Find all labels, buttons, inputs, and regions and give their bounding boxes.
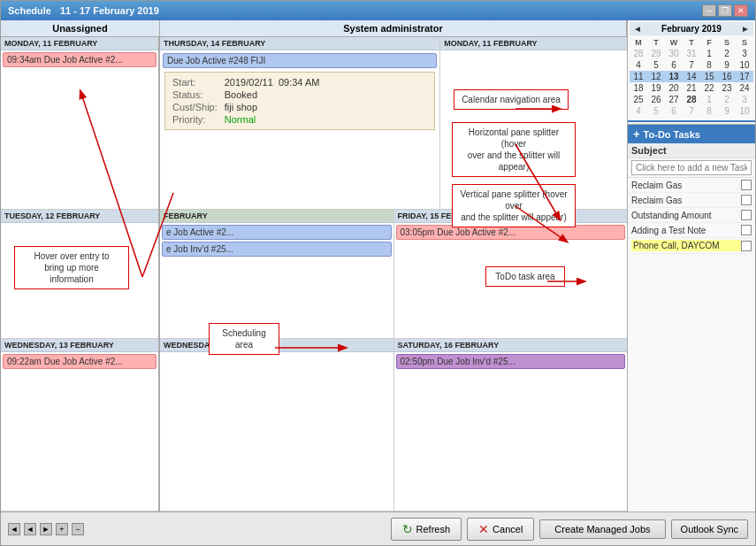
mini-cal-next[interactable]: ► — [741, 24, 750, 34]
todo-item-2[interactable]: Reclaim Gas — [628, 193, 755, 208]
cancel-button[interactable]: ✕ Cancel — [467, 518, 534, 541]
outlook-sync-button[interactable]: Outlook Sync — [671, 519, 748, 539]
cal-day-2[interactable]: 2 — [718, 48, 736, 59]
window-title: Schedule 11 - 17 February 2019 — [8, 4, 159, 17]
day-events-wed-sysadmin[interactable] — [160, 352, 393, 511]
todo-item-text-2: Reclaim Gas — [631, 196, 741, 205]
todo-add-input[interactable] — [631, 160, 752, 175]
mini-cal-table: M T W T F S S 28293031123456789101112131… — [630, 37, 753, 117]
cal-th-m: M — [630, 37, 647, 48]
todo-item-3[interactable]: Outstanding Amount — [628, 208, 755, 223]
bottom-toolbar: ◄ ◄ ► + − ↻ Refresh ✕ Cancel Create Mana… — [1, 511, 755, 545]
cal-day-5-other[interactable]: 5 — [647, 105, 665, 117]
sysadmin-wed-col: WEDNESDAY, 13 FEBRUARY — [160, 339, 394, 511]
cal-day-21[interactable]: 21 — [683, 82, 700, 94]
event-thu-title[interactable]: Due Job Active #248 FIJI — [163, 53, 437, 68]
cal-day-22[interactable]: 22 — [700, 82, 718, 94]
minimize-button[interactable]: ─ — [702, 4, 716, 17]
cal-day-5[interactable]: 5 — [647, 59, 665, 71]
event-sat-1[interactable]: 02:50pm Due Job Inv'd #25... — [396, 354, 626, 369]
cal-day-4[interactable]: 4 — [630, 59, 647, 71]
cancel-label: Cancel — [493, 524, 523, 534]
cal-day-16[interactable]: 16 — [718, 71, 736, 82]
cal-day-28-other[interactable]: 28 — [630, 48, 647, 59]
detail-start-label: Start: — [169, 76, 221, 88]
cal-day-26[interactable]: 26 — [647, 94, 665, 105]
restore-button[interactable]: ❐ — [718, 4, 732, 17]
detail-priority-label: Priority: — [169, 113, 221, 126]
cal-day-6[interactable]: 6 — [665, 59, 683, 71]
cal-day-1-other[interactable]: 1 — [700, 94, 718, 105]
cal-day-18[interactable]: 18 — [630, 82, 647, 94]
todo-items-list: Reclaim Gas Reclaim Gas Outstanding Amou… — [628, 178, 755, 511]
cal-day-27[interactable]: 27 — [665, 94, 683, 105]
detail-cust-label: Cust/Ship: — [169, 101, 221, 113]
cal-day-8-other[interactable]: 8 — [700, 105, 718, 117]
cal-day-12[interactable]: 12 — [647, 71, 665, 82]
todo-checkbox-1[interactable] — [741, 180, 752, 190]
todo-checkbox-5[interactable] — [741, 241, 752, 251]
nav-prev-btn[interactable]: ◄ — [8, 523, 20, 535]
cal-day-2-other[interactable]: 2 — [718, 94, 736, 105]
event-feb-1[interactable]: e Job Active #2... — [162, 225, 392, 240]
cal-day-29-other[interactable]: 29 — [647, 48, 665, 59]
cal-th-w: W — [665, 37, 683, 48]
event-mon-unassigned-1[interactable]: 09:34am Due Job Active #2... — [3, 52, 157, 67]
create-jobs-button[interactable]: Create Managed Jobs — [539, 519, 665, 539]
refresh-button[interactable]: ↻ Refresh — [391, 518, 462, 541]
sysadmin-row-3: WEDNESDAY, 13 FEBRUARY SATURDAY, 16 FEBR… — [160, 339, 627, 511]
cal-day-13[interactable]: 13 — [665, 71, 683, 82]
todo-checkbox-4[interactable] — [741, 225, 752, 235]
cal-day-4-other[interactable]: 4 — [630, 105, 647, 117]
annotation-hover-info: Hover over entry tobring up moreinformat… — [14, 246, 129, 289]
todo-checkbox-2[interactable] — [741, 195, 752, 205]
cal-day-14[interactable]: 14 — [683, 71, 700, 82]
day-events-mon-unassigned[interactable]: 09:34am Due Job Active #2... — [1, 50, 158, 209]
todo-item-5[interactable]: Phone Call, DAYCOM — [628, 238, 755, 254]
cal-day-31-other[interactable]: 31 — [683, 48, 700, 59]
panel-splitter[interactable] — [628, 120, 755, 122]
cal-day-20[interactable]: 20 — [665, 82, 683, 94]
cal-day-24[interactable]: 24 — [736, 82, 753, 94]
mini-cal-prev[interactable]: ◄ — [633, 24, 642, 34]
todo-item-4[interactable]: Adding a Test Note — [628, 223, 755, 238]
nav-next-btn[interactable]: ► — [40, 523, 52, 535]
cal-day-17[interactable]: 17 — [736, 71, 753, 82]
detail-status-label: Status: — [169, 88, 221, 101]
cal-day-30-other[interactable]: 30 — [665, 48, 683, 59]
event-feb-2[interactable]: e Job Inv'd #25... — [162, 242, 392, 257]
mini-calendar: ◄ February 2019 ► M T W T F S S — [628, 20, 755, 119]
cal-day-8[interactable]: 8 — [700, 59, 718, 71]
cal-day-3[interactable]: 3 — [736, 48, 753, 59]
day-events-thu-sysadmin[interactable]: Due Job Active #248 FIJI Start:2019/02/1… — [160, 50, 439, 209]
todo-checkbox-3[interactable] — [741, 210, 752, 220]
cal-day-9-other[interactable]: 9 — [718, 105, 736, 117]
cal-day-19[interactable]: 19 — [647, 82, 665, 94]
nav-add-btn[interactable]: + — [56, 523, 68, 535]
cal-day-7-other[interactable]: 7 — [683, 105, 700, 117]
day-events-sat-sysadmin[interactable]: 02:50pm Due Job Inv'd #25... — [394, 352, 628, 511]
annotation-todo-area: ToDo task area — [485, 266, 565, 287]
cal-day-9[interactable]: 9 — [718, 59, 736, 71]
cal-day-23[interactable]: 23 — [718, 82, 736, 94]
event-wed-unassigned-1[interactable]: 09:22am Due Job Active #2... — [3, 354, 157, 369]
cal-day-1[interactable]: 1 — [700, 48, 718, 59]
cal-day-3-other[interactable]: 3 — [736, 94, 753, 105]
cal-day-6-other[interactable]: 6 — [665, 105, 683, 117]
todo-title: To-Do Tasks — [644, 129, 700, 140]
day-events-feb[interactable]: e Job Active #2... e Job Inv'd #25... — [160, 223, 393, 338]
cal-day-7[interactable]: 7 — [683, 59, 700, 71]
cal-th-s2: S — [736, 37, 753, 48]
cal-day-10[interactable]: 10 — [736, 59, 753, 71]
cal-day-15[interactable]: 15 — [700, 71, 718, 82]
todo-item-text-1: Reclaim Gas — [631, 181, 741, 190]
cal-day-28[interactable]: 28 — [683, 94, 700, 105]
nav-prev2-btn[interactable]: ◄ — [24, 523, 36, 535]
cal-day-10-other[interactable]: 10 — [736, 105, 753, 117]
todo-item-1[interactable]: Reclaim Gas — [628, 178, 755, 193]
cal-day-25[interactable]: 25 — [630, 94, 647, 105]
close-button[interactable]: ✕ — [734, 4, 748, 17]
nav-minus-btn[interactable]: − — [72, 523, 84, 535]
day-events-wed-unassigned[interactable]: 09:22am Due Job Active #2... — [1, 352, 158, 511]
cal-day-11[interactable]: 11 — [630, 71, 647, 82]
